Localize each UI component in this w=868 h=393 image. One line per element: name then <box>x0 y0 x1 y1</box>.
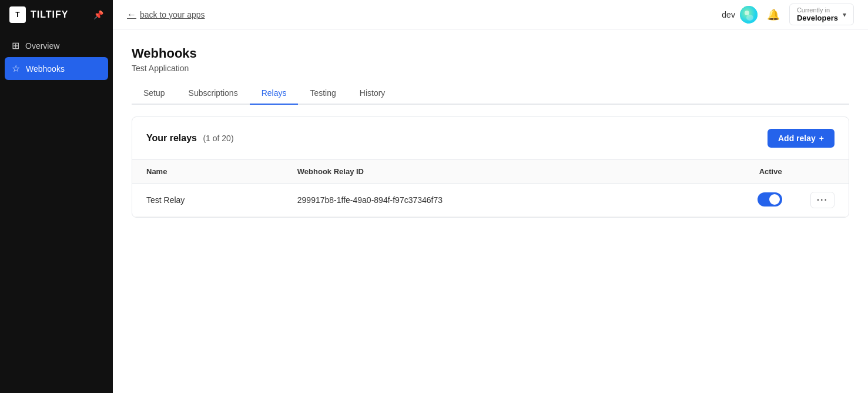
toggle-slider <box>758 192 782 207</box>
bell-icon[interactable]: 🔔 <box>767 8 780 21</box>
col-name: Name <box>132 160 283 184</box>
svg-point-0 <box>740 6 758 24</box>
avatar-area: dev <box>722 6 758 24</box>
relays-title: Your relays <box>146 133 197 143</box>
content-area: Webhooks Test Application Setup Subscrip… <box>113 29 868 393</box>
plus-icon: + <box>819 134 824 143</box>
col-actions <box>796 160 849 184</box>
col-webhook-relay-id: Webhook Relay ID <box>283 160 676 184</box>
tab-relays[interactable]: Relays <box>250 82 299 105</box>
tab-setup[interactable]: Setup <box>132 82 177 105</box>
sidebar-logo: T TILTIFY 📌 <box>0 0 113 29</box>
sidebar-nav: ⊞ Overview ☆ Webhooks <box>0 29 113 85</box>
relay-webhook-id: 299917b8-1ffe-49a0-894f-f97c37346f73 <box>283 184 676 217</box>
avatar <box>740 6 758 24</box>
col-active: Active <box>676 160 796 184</box>
relays-header: Your relays (1 of 20) Add relay + <box>132 117 849 159</box>
currently-in-dropdown[interactable]: Currently in Developers ▾ <box>789 4 854 25</box>
more-options-button[interactable]: ··· <box>810 192 835 208</box>
back-arrow-icon: ← <box>127 9 136 20</box>
tab-testing[interactable]: Testing <box>298 82 347 105</box>
currently-in-label: Currently in <box>797 6 838 14</box>
currently-in-text: Currently in Developers <box>797 6 838 22</box>
sidebar-item-overview[interactable]: ⊞ Overview <box>5 34 108 57</box>
relays-heading-area: Your relays (1 of 20) <box>146 133 234 144</box>
svg-point-1 <box>745 11 749 15</box>
topbar: ← back to your apps dev <box>113 0 868 29</box>
table-row: Test Relay 299917b8-1ffe-49a0-894f-f97c3… <box>132 184 849 217</box>
back-link-label: back to your apps <box>140 10 205 19</box>
sidebar-item-webhooks[interactable]: ☆ Webhooks <box>5 57 108 80</box>
star-icon: ☆ <box>12 63 20 74</box>
brand-name: TILTIFY <box>31 9 68 20</box>
back-link[interactable]: ← back to your apps <box>127 9 205 20</box>
table-header-row: Name Webhook Relay ID Active <box>132 160 849 184</box>
sidebar-item-label: Overview <box>25 41 59 51</box>
dev-label: dev <box>722 10 735 19</box>
tab-subscriptions[interactable]: Subscriptions <box>177 82 250 105</box>
relay-table: Name Webhook Relay ID Active Test Relay … <box>132 159 849 217</box>
relay-name: Test Relay <box>132 184 283 217</box>
relay-active-cell <box>676 184 796 217</box>
pin-icon[interactable]: 📌 <box>93 10 103 19</box>
main-area: ← back to your apps dev <box>113 0 868 393</box>
page-subtitle: Test Application <box>132 64 849 73</box>
topbar-right: dev 🔔 <box>722 4 854 25</box>
relay-actions-cell: ··· <box>796 184 849 217</box>
logo-box: T <box>9 6 26 23</box>
svg-point-2 <box>746 15 753 21</box>
add-relay-label: Add relay <box>778 134 816 143</box>
currently-in-value: Developers <box>797 14 838 22</box>
page-title: Webhooks <box>132 46 849 61</box>
relays-panel: Your relays (1 of 20) Add relay + Name W… <box>132 116 849 218</box>
logo-letter: T <box>15 11 19 19</box>
active-toggle[interactable] <box>758 192 782 207</box>
tab-history[interactable]: History <box>348 82 397 105</box>
chevron-down-icon: ▾ <box>843 11 846 19</box>
relays-count: (1 of 20) <box>203 134 233 143</box>
logo-area: T TILTIFY <box>9 6 68 23</box>
add-relay-button[interactable]: Add relay + <box>768 129 835 148</box>
sidebar: T TILTIFY 📌 ⊞ Overview ☆ Webhooks <box>0 0 113 393</box>
grid-icon: ⊞ <box>12 40 19 51</box>
sidebar-item-label: Webhooks <box>26 64 65 74</box>
tabs-bar: Setup Subscriptions Relays Testing Histo… <box>132 82 849 105</box>
